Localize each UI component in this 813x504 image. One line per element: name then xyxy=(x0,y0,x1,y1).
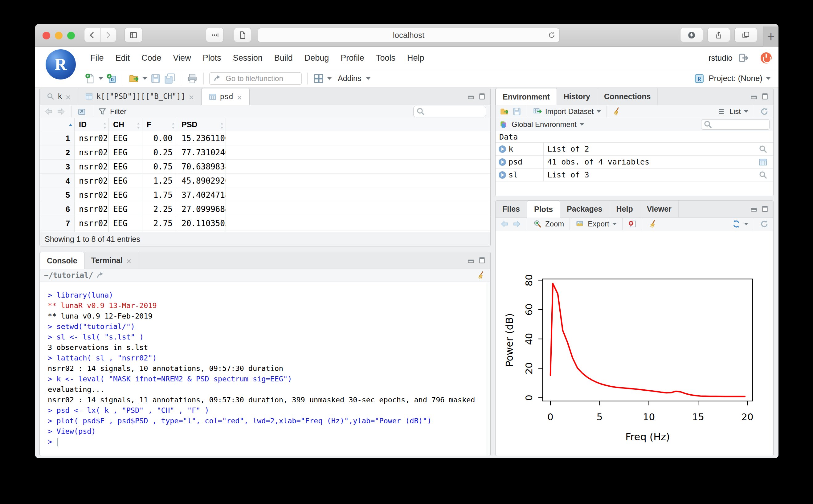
column-header-ch[interactable]: CH xyxy=(109,118,142,131)
minimize-pane-icon[interactable] xyxy=(467,92,475,100)
save-button[interactable] xyxy=(150,73,161,84)
browser-back-button[interactable] xyxy=(84,28,100,42)
menu-plots[interactable]: Plots xyxy=(197,53,227,63)
reload-icon[interactable] xyxy=(548,31,556,39)
menu-profile[interactable]: Profile xyxy=(335,53,370,63)
data-table[interactable]: IDCHFPSD1nsrr02EEG0.0015.23611002nsrr02E… xyxy=(40,118,490,232)
publish-icon[interactable] xyxy=(732,219,741,229)
environment-object-k[interactable]: k List of 2 xyxy=(496,143,773,156)
console-scrollbar[interactable] xyxy=(486,282,490,456)
nav-back-icon[interactable] xyxy=(44,107,53,116)
previous-plot-icon[interactable] xyxy=(500,219,509,229)
menu-code[interactable]: Code xyxy=(136,53,167,63)
share-button[interactable] xyxy=(707,28,730,42)
tab-packages[interactable]: Packages xyxy=(560,201,609,217)
open-file-caret[interactable] xyxy=(143,77,147,80)
column-header-f[interactable]: F xyxy=(142,118,177,131)
import-dataset-caret[interactable] xyxy=(597,110,601,113)
filter-icon[interactable] xyxy=(98,107,107,116)
menu-debug[interactable]: Debug xyxy=(299,53,335,63)
close-window-button[interactable] xyxy=(43,32,50,39)
environment-object-psd[interactable]: psd 41 obs. of 4 variables xyxy=(496,156,773,169)
menu-help[interactable]: Help xyxy=(401,53,430,63)
close-icon[interactable] xyxy=(126,257,132,263)
tab-files[interactable]: Files xyxy=(496,201,527,217)
environment-scope-dropdown[interactable]: Global Environment xyxy=(512,120,577,129)
table-row[interactable]: 4nsrr02EEG1.2545.8902926 xyxy=(40,174,490,188)
new-project-button[interactable]: R xyxy=(106,73,117,84)
tab-group-picker-button[interactable] xyxy=(206,28,224,42)
table-row[interactable]: 2nsrr02EEG0.2577.7310246 xyxy=(40,145,490,160)
nav-forward-icon[interactable] xyxy=(56,107,66,116)
quit-session-button[interactable] xyxy=(761,52,772,63)
next-plot-icon[interactable] xyxy=(512,219,522,229)
address-bar[interactable]: localhost xyxy=(258,28,560,42)
remove-plot-icon[interactable] xyxy=(628,219,637,229)
expand-icon[interactable] xyxy=(499,158,506,166)
new-tab-button[interactable]: + xyxy=(763,26,778,47)
refresh-plot-icon[interactable] xyxy=(760,219,769,229)
load-workspace-icon[interactable] xyxy=(500,107,509,116)
export-caret[interactable] xyxy=(612,223,617,225)
menu-view[interactable]: View xyxy=(167,53,197,63)
minimize-window-button[interactable] xyxy=(55,32,63,39)
menu-edit[interactable]: Edit xyxy=(110,53,136,63)
tab-psd[interactable]: psd xyxy=(201,88,249,105)
view-table-icon[interactable] xyxy=(758,157,768,167)
addins-menu[interactable]: Addins xyxy=(338,74,361,83)
addins-caret[interactable] xyxy=(366,77,370,80)
close-icon[interactable] xyxy=(188,93,194,100)
tab-help[interactable]: Help xyxy=(609,201,640,217)
clear-plots-icon[interactable] xyxy=(649,219,658,229)
menu-tools[interactable]: Tools xyxy=(370,53,401,63)
pane-layout-caret[interactable] xyxy=(327,77,331,80)
list-view-caret[interactable] xyxy=(744,110,748,113)
maximize-pane-icon[interactable] xyxy=(761,92,769,100)
table-row[interactable]: 7nsrr02EEG2.7520.1103505 xyxy=(40,216,490,230)
table-search-input[interactable] xyxy=(413,106,486,117)
zoom-window-button[interactable] xyxy=(67,32,75,39)
new-file-button[interactable] xyxy=(84,73,95,84)
minimize-pane-icon[interactable] xyxy=(467,256,475,264)
filter-label[interactable]: Filter xyxy=(110,107,126,116)
table-row[interactable]: 6nsrr02EEG2.2527.0999684 xyxy=(40,202,490,216)
minimize-pane-icon[interactable] xyxy=(750,92,758,100)
print-button[interactable] xyxy=(187,73,198,84)
close-icon[interactable] xyxy=(236,94,242,100)
tab-k-psd-b-ch-[interactable]: k[["PSD"]][["B_CH"]] xyxy=(78,88,201,105)
downloads-button[interactable] xyxy=(680,28,703,42)
open-in-window-icon[interactable] xyxy=(77,107,86,116)
environment-object-sl[interactable]: sl List of 3 xyxy=(496,169,773,181)
menu-session[interactable]: Session xyxy=(227,53,268,63)
row-number-header[interactable] xyxy=(40,118,75,131)
close-icon[interactable] xyxy=(65,93,71,100)
open-file-button[interactable] xyxy=(128,73,140,84)
tab-plots[interactable]: Plots xyxy=(527,201,560,217)
expand-icon[interactable] xyxy=(499,171,506,179)
menu-build[interactable]: Build xyxy=(268,53,299,63)
inspect-icon[interactable] xyxy=(758,144,768,154)
publish-caret[interactable] xyxy=(744,223,748,225)
table-row[interactable]: 1nsrr02EEG0.0015.2361100 xyxy=(40,131,490,145)
tab-k[interactable]: k xyxy=(40,88,78,105)
expand-icon[interactable] xyxy=(499,145,506,153)
pane-layout-button[interactable] xyxy=(313,73,324,84)
tab-console[interactable]: Console xyxy=(40,252,84,269)
maximize-pane-icon[interactable] xyxy=(478,92,486,100)
environment-search-input[interactable] xyxy=(701,119,770,130)
table-row[interactable]: 5nsrr02EEG1.7537.4024718 xyxy=(40,188,490,202)
browser-forward-button[interactable] xyxy=(100,28,116,42)
goto-file-function-input[interactable]: Go to file/function xyxy=(209,72,302,85)
table-row[interactable]: 3nsrr02EEG0.7570.6389838 xyxy=(40,160,490,174)
new-document-button[interactable] xyxy=(234,28,251,42)
clear-environment-icon[interactable] xyxy=(612,107,622,116)
new-file-caret[interactable] xyxy=(99,77,103,80)
goto-directory-icon[interactable] xyxy=(96,271,105,280)
tab-overview-button[interactable] xyxy=(734,28,757,42)
refresh-icon[interactable] xyxy=(760,107,769,116)
tab-environment[interactable]: Environment xyxy=(496,88,557,105)
sign-out-icon[interactable] xyxy=(738,52,749,63)
tab-connections[interactable]: Connections xyxy=(597,88,658,105)
tab-viewer[interactable]: Viewer xyxy=(640,201,679,217)
import-dataset-button[interactable]: Import Dataset xyxy=(545,107,594,116)
